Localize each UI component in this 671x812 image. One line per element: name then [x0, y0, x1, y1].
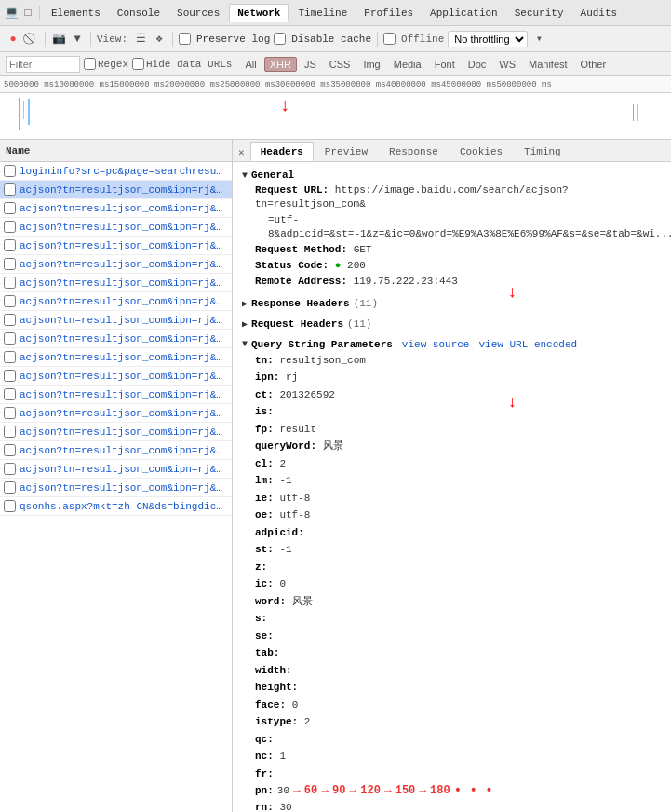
- list-item[interactable]: acjson?tn=resultjson_com&ipn=rj&ct=...: [0, 330, 232, 348]
- list-item-checkbox[interactable]: [4, 388, 16, 400]
- list-item-text: acjson?tn=resultjson_com&ipn=rj&ct=...: [20, 277, 228, 289]
- request-headers-section: ▶ Request Headers (11): [242, 317, 662, 332]
- list-item[interactable]: acjson?tn=resultjson_com&ipn=rj&ct=...: [0, 404, 232, 423]
- list-item[interactable]: acjson?tn=resultjson_com&ipn=rj&ct=...: [0, 441, 232, 460]
- list-item-checkbox[interactable]: [4, 314, 16, 326]
- hide-data-urls-option[interactable]: Hide data URLs: [132, 58, 232, 70]
- tab-preview[interactable]: Preview: [315, 142, 378, 161]
- list-item[interactable]: acjson?tn=resultjson_com&ipn=rj&ct=...: [0, 311, 232, 330]
- list-item[interactable]: acjson?tn=resultjson_com&ipn=rj&ct=...: [0, 479, 232, 497]
- general-section-header[interactable]: ▼ General: [242, 168, 662, 183]
- filter-icon[interactable]: ▼: [70, 32, 85, 47]
- filter-font[interactable]: Font: [429, 57, 461, 72]
- grid-view-icon[interactable]: ❖: [152, 32, 167, 47]
- list-item[interactable]: acjson?tn=resultjson_com&ipn=rj&ct=...: [0, 181, 232, 199]
- list-item[interactable]: acjson?tn=resultjson_com&ipn=rj&ct=...: [0, 367, 232, 386]
- list-item[interactable]: acjson?tn=resultjson_com&ipn=rj&ct=...: [0, 423, 232, 441]
- param-s: s:: [242, 610, 662, 628]
- filter-doc[interactable]: Doc: [463, 57, 492, 72]
- list-item[interactable]: acjson?tn=resultjson_com&ipn=rj&ct=...: [0, 460, 232, 479]
- tab-cookies[interactable]: Cookies: [450, 142, 513, 161]
- list-item-checkbox[interactable]: [4, 463, 16, 475]
- tab-timing[interactable]: Timing: [514, 142, 571, 161]
- menu-network[interactable]: Network: [229, 4, 289, 22]
- menu-profiles[interactable]: Profiles: [356, 5, 421, 21]
- camera-icon[interactable]: 📷: [51, 32, 66, 47]
- list-item-checkbox[interactable]: [4, 407, 16, 419]
- list-item-checkbox[interactable]: [4, 295, 16, 307]
- list-item-checkbox[interactable]: [4, 221, 16, 233]
- menu-console[interactable]: Console: [110, 5, 168, 21]
- hide-data-urls-checkbox[interactable]: [132, 58, 144, 70]
- devtools-icon-1[interactable]: 💻: [4, 6, 19, 20]
- remote-address-row: Remote Address: 119.75.222.23:443: [242, 274, 662, 290]
- view-url-encoded-link[interactable]: view URL encoded: [478, 339, 577, 350]
- list-item[interactable]: acjson?tn=resultjson_com&ipn=rj&ct=...: [0, 255, 232, 274]
- filter-input[interactable]: [6, 56, 80, 73]
- menu-security[interactable]: Security: [507, 5, 571, 21]
- list-item-checkbox[interactable]: [4, 351, 16, 363]
- filter-xhr[interactable]: XHR: [264, 57, 297, 72]
- list-item[interactable]: acjson?tn=resultjson_com&ipn=rj&ct=...: [0, 386, 232, 404]
- filter-all[interactable]: All: [239, 57, 262, 72]
- preserve-log-checkbox[interactable]: [179, 33, 191, 45]
- request-headers-count: (11): [347, 318, 371, 330]
- list-item-checkbox[interactable]: [4, 239, 16, 251]
- list-item-checkbox[interactable]: [4, 165, 16, 177]
- offline-checkbox[interactable]: [383, 33, 396, 45]
- query-string-header[interactable]: ▼ Query String Parameters view source vi…: [242, 337, 662, 352]
- param-qc: qc:: [242, 731, 662, 749]
- list-item[interactable]: acjson?tn=resultjson_com&ipn=rj&ct=...: [0, 292, 232, 311]
- list-item[interactable]: acjson?tn=resultjson_com&ipn=rj&ct=...: [0, 274, 232, 292]
- list-item[interactable]: acjson?tn=resultjson_com&ipn=rj&ct=...: [0, 218, 232, 237]
- list-item-checkbox[interactable]: [4, 332, 16, 345]
- list-item-checkbox[interactable]: [4, 370, 16, 382]
- list-item[interactable]: acjson?tn=resultjson_com&ipn=rj&ct=...: [0, 237, 232, 255]
- param-height: height:: [242, 679, 662, 697]
- list-item-checkbox[interactable]: [4, 444, 16, 456]
- response-headers-header[interactable]: ▶ Response Headers (11): [242, 296, 662, 311]
- menu-application[interactable]: Application: [423, 5, 505, 21]
- menu-audits[interactable]: Audits: [573, 5, 625, 21]
- close-details-button[interactable]: ✕: [233, 143, 250, 161]
- view-source-link[interactable]: view source: [402, 339, 470, 350]
- throttle-select[interactable]: No throttling: [448, 31, 528, 47]
- filter-media[interactable]: Media: [388, 57, 427, 72]
- record-button[interactable]: ●: [6, 32, 20, 47]
- filter-js[interactable]: JS: [299, 57, 322, 72]
- status-code-dot: ●: [335, 260, 342, 271]
- filter-manifest[interactable]: Manifest: [523, 57, 573, 72]
- menu-elements[interactable]: Elements: [44, 5, 108, 21]
- list-item[interactable]: qsonhs.aspx?mkt=zh-CN&ds=bingdict...: [0, 497, 232, 516]
- regex-checkbox[interactable]: [84, 58, 96, 70]
- devtools-icon-2[interactable]: □: [20, 6, 35, 20]
- disable-cache-checkbox[interactable]: [274, 33, 286, 45]
- headers-content: ↓ ▼ General Request URL: https://image.b…: [233, 162, 671, 812]
- toolbar-sep-2: [90, 32, 91, 47]
- tab-headers[interactable]: Headers: [250, 142, 314, 161]
- list-item-checkbox[interactable]: [4, 258, 16, 270]
- timeline-bar: 5000000 ms 10000000 ms 15000000 ms 20000…: [0, 76, 671, 93]
- list-item[interactable]: acjson?tn=resultjson_com&ipn=rj&ct=...: [0, 348, 232, 367]
- menu-sources[interactable]: Sources: [169, 5, 227, 21]
- menu-timeline[interactable]: Timeline: [290, 5, 355, 21]
- list-item-checkbox[interactable]: [4, 426, 16, 438]
- list-item[interactable]: acjson?tn=resultjson_com&ipn=rj&ct=...: [0, 199, 232, 218]
- filter-css[interactable]: CSS: [324, 57, 356, 72]
- tab-response[interactable]: Response: [379, 142, 449, 161]
- regex-option[interactable]: Regex: [84, 58, 128, 70]
- list-item-checkbox[interactable]: [4, 202, 16, 214]
- filter-img[interactable]: Img: [357, 57, 385, 72]
- list-item-checkbox[interactable]: [4, 500, 16, 512]
- filter-other[interactable]: Other: [575, 57, 612, 72]
- list-item[interactable]: logininfo?src=pc&page=searchresult&...: [0, 162, 232, 181]
- list-item-checkbox[interactable]: [4, 183, 16, 196]
- more-icon[interactable]: ▾: [531, 32, 546, 47]
- stop-button[interactable]: ⃠: [24, 32, 39, 47]
- filter-ws[interactable]: WS: [493, 57, 521, 72]
- request-headers-header[interactable]: ▶ Request Headers (11): [242, 317, 662, 332]
- timeline-label-3: 15000000 ms: [109, 80, 164, 89]
- list-item-checkbox[interactable]: [4, 481, 16, 494]
- list-view-icon[interactable]: ☰: [133, 32, 148, 47]
- list-item-checkbox[interactable]: [4, 277, 16, 289]
